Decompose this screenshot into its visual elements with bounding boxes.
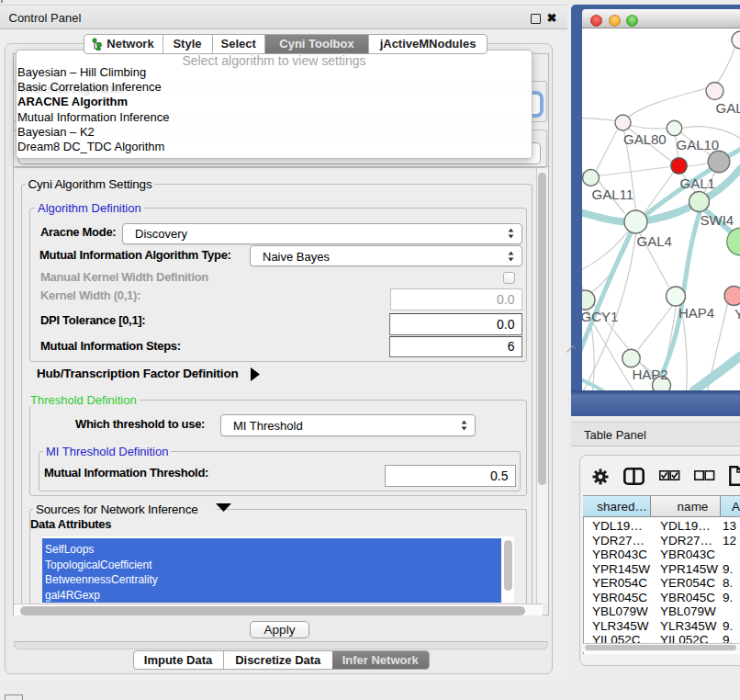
svg-text:GAL1: GAL1 <box>679 175 714 191</box>
svg-text:SWI4: SWI4 <box>700 211 734 227</box>
svg-text:GAL80: GAL80 <box>623 130 667 146</box>
svg-text:GAL4: GAL4 <box>636 233 671 249</box>
svg-text:GAL10: GAL10 <box>676 136 719 152</box>
svg-text:GCY1: GCY1 <box>582 308 618 323</box>
svg-text:Y: Y <box>734 306 740 322</box>
svg-text:GAL11: GAL11 <box>591 186 633 201</box>
svg-text:HAP4: HAP4 <box>678 304 714 320</box>
svg-text:GAL8: GAL8 <box>715 99 740 115</box>
svg-text:HAP2: HAP2 <box>632 367 667 382</box>
